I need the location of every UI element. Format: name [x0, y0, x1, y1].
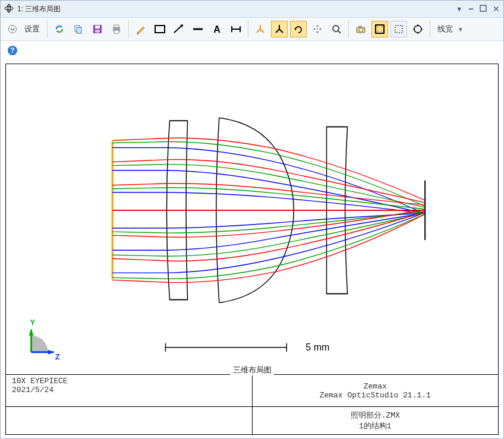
footer-vendor: Zemax: [259, 382, 493, 391]
pencil-icon[interactable]: [133, 21, 149, 37]
svg-rect-6: [77, 27, 81, 33]
svg-rect-33: [395, 26, 402, 33]
refresh-button[interactable]: [51, 21, 68, 37]
dropdown-icon[interactable]: ▼: [456, 5, 462, 12]
chevron-down-icon[interactable]: ▾: [459, 26, 462, 33]
sub-toolbar: ?: [1, 41, 503, 60]
line-width-label[interactable]: 线宽: [434, 24, 456, 34]
copy-button[interactable]: [70, 21, 87, 37]
save-button[interactable]: [89, 21, 106, 37]
svg-line-21: [257, 29, 260, 33]
svg-point-26: [317, 29, 318, 30]
footer-design-name: 10X EYEPIECE: [12, 377, 246, 386]
svg-line-24: [276, 29, 279, 33]
camera-button[interactable]: [352, 21, 369, 37]
dimension-tool-button[interactable]: [228, 21, 244, 37]
plot-caption: 三维布局图: [231, 365, 274, 375]
pan-button[interactable]: [309, 21, 326, 37]
svg-rect-31: [359, 26, 361, 27]
footer-date: 2021/5/24: [12, 386, 246, 394]
plot[interactable]: 5 mm Y Z: [6, 64, 498, 374]
rotate-button[interactable]: [290, 21, 307, 37]
svg-rect-8: [95, 26, 100, 29]
footer-right-cell: Zemax Zemax OpticStudio 21.1.1: [252, 374, 499, 407]
rectangle-tool-button[interactable]: [152, 21, 168, 37]
toolbar: 设置 A: [1, 17, 503, 41]
svg-rect-13: [155, 26, 165, 33]
minimize-button[interactable]: –: [468, 4, 474, 14]
print-button[interactable]: [108, 21, 125, 37]
svg-rect-12: [114, 30, 119, 33]
svg-point-4: [9, 26, 17, 33]
svg-rect-11: [114, 25, 119, 27]
maximize-button[interactable]: [480, 5, 487, 14]
axis-z-label: Z: [55, 352, 60, 361]
footer-config: 1的结构1: [259, 421, 493, 431]
svg-point-30: [359, 29, 363, 32]
svg-point-34: [414, 26, 421, 33]
axis-orange-button[interactable]: [252, 21, 269, 37]
footer-row-2: 照明部分.ZMX 1的结构1: [6, 407, 498, 434]
close-button[interactable]: ✕: [493, 4, 500, 14]
svg-text:?: ?: [10, 46, 14, 55]
settings-chevron-icon[interactable]: [4, 21, 21, 37]
text-tool-button[interactable]: A: [209, 21, 225, 37]
footer-software: Zemax OpticStudio 21.1.1: [259, 391, 493, 400]
title-bar: 1: 三维布局图 ▼ – ✕: [1, 1, 503, 17]
footer-left-cell: 10X EYEPIECE 2021/5/24: [6, 374, 252, 407]
fit-window-button[interactable]: [371, 21, 388, 37]
line-tool-button[interactable]: [190, 21, 206, 37]
footer-bottom-left: [6, 407, 252, 434]
canvas-area: 5 mm Y Z 三维布局图 10X: [1, 60, 503, 438]
footer-file: 照明部分.ZMX: [259, 410, 493, 421]
svg-rect-9: [95, 30, 100, 33]
footer-bottom-right: 照明部分.ZMX 1的结构1: [252, 407, 499, 434]
zoom-button[interactable]: [328, 21, 345, 37]
settings-label[interactable]: 设置: [23, 24, 43, 34]
axis-black-button[interactable]: [271, 21, 288, 37]
axis-y-label: Y: [30, 318, 36, 327]
footer-row-1: 10X EYEPIECE 2021/5/24 Zemax Zemax Optic…: [6, 374, 498, 407]
app-icon: [4, 4, 14, 15]
target-button[interactable]: [410, 21, 426, 37]
arrow-tool-button[interactable]: [171, 21, 187, 37]
help-button[interactable]: ?: [4, 42, 21, 59]
svg-point-27: [333, 26, 339, 31]
canvas-frame: 5 mm Y Z 三维布局图 10X: [5, 64, 499, 435]
svg-line-25: [279, 29, 283, 33]
svg-rect-3: [480, 5, 486, 11]
scale-label: 5 mm: [305, 342, 329, 352]
crop-button[interactable]: [390, 21, 407, 37]
svg-line-22: [260, 29, 264, 33]
svg-text:A: A: [213, 24, 220, 34]
window-title: 1: 三维布局图: [17, 4, 61, 14]
svg-line-28: [338, 31, 341, 33]
app-window: 1: 三维布局图 ▼ – ✕ 设置: [0, 0, 504, 439]
svg-line-14: [174, 26, 182, 33]
